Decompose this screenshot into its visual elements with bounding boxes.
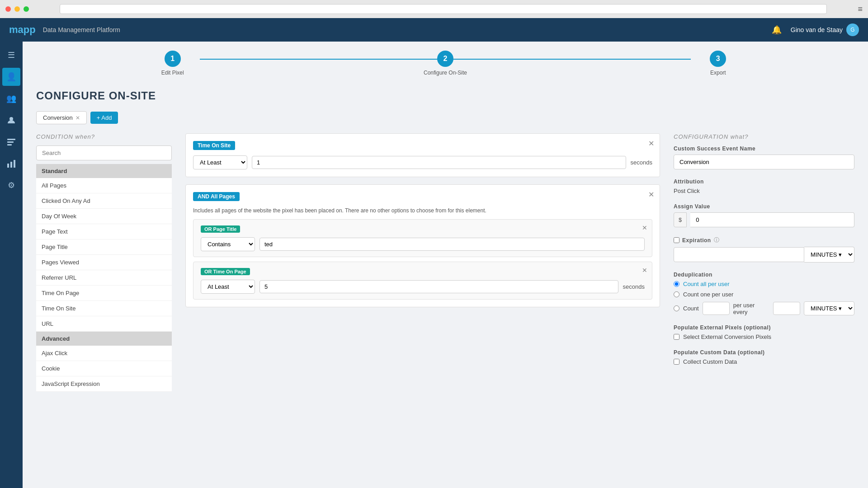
- attribution-value: Post Click: [674, 188, 854, 194]
- stepper: 1 Edit Pixel 2 Configure On-Site 3 Expor…: [36, 51, 854, 76]
- search-input[interactable]: [36, 145, 172, 160]
- svg-rect-5: [10, 162, 12, 168]
- assign-value-section: Assign Value $: [674, 203, 854, 227]
- card-time-on-site: Time On Site ✕ At Least seconds: [185, 133, 660, 177]
- list-item-time-on-site[interactable]: Time On Site: [36, 301, 172, 316]
- expiration-checkbox[interactable]: [674, 237, 679, 243]
- top-nav-right: 🔔 Gino van de Staay G: [772, 23, 859, 36]
- assign-value-prefix: $: [674, 212, 687, 227]
- attribution-section: Attribution Post Click: [674, 178, 854, 194]
- card-close-all-pages[interactable]: ✕: [648, 190, 654, 199]
- custom-data-label: Populate Custom Data (optional): [674, 349, 854, 356]
- time-on-page-input[interactable]: [259, 280, 618, 293]
- tab-close-icon[interactable]: ✕: [75, 115, 80, 121]
- list-item-all-pages[interactable]: All Pages: [36, 178, 172, 193]
- app-title: Data Management Platform: [43, 26, 120, 33]
- tab-label: Conversion: [43, 114, 73, 121]
- list-item-day-of-week[interactable]: Day Of Week: [36, 209, 172, 224]
- time-on-site-select[interactable]: At Least: [193, 155, 247, 169]
- dedup-radio-all[interactable]: [674, 281, 679, 287]
- dedup-minutes-select[interactable]: MINUTES ▾: [804, 301, 854, 315]
- sidebar-item-group[interactable]: [2, 111, 20, 129]
- external-pixels-checkbox[interactable]: [674, 334, 679, 340]
- dedup-count-input[interactable]: [703, 302, 730, 315]
- step-label-1: Edit Pixel: [161, 70, 184, 76]
- time-on-site-input[interactable]: [252, 156, 626, 169]
- user-menu[interactable]: Gino van de Staay G: [791, 23, 859, 36]
- close-dot[interactable]: [5, 6, 11, 12]
- assign-value-input[interactable]: [690, 212, 854, 227]
- sidebar-item-menu[interactable]: ☰: [2, 46, 20, 64]
- configuration-panel: CONFIGURATION what? Custom Success Event…: [674, 133, 854, 392]
- list-item-pages-viewed[interactable]: Pages Viewed: [36, 255, 172, 270]
- maximize-dot[interactable]: [24, 6, 29, 12]
- svg-point-0: [9, 117, 13, 121]
- card-badge-all-pages: AND All Pages: [193, 192, 240, 201]
- sidebar-item-person[interactable]: 👤: [2, 68, 20, 86]
- card-close-time-on-site[interactable]: ✕: [648, 139, 654, 148]
- sub-card-close-page-title[interactable]: ✕: [642, 224, 647, 231]
- list-item-url[interactable]: URL: [36, 316, 172, 332]
- expiration-info-icon: ⓘ: [714, 236, 719, 244]
- expiration-input[interactable]: [674, 247, 804, 262]
- sub-card-body-time-on-page: At Least seconds: [201, 280, 645, 294]
- condition-panel: CONDITION when? Standard All Pages Click…: [36, 133, 172, 392]
- time-on-site-unit: seconds: [631, 159, 652, 166]
- sidebar-item-segments[interactable]: [2, 133, 20, 151]
- expiration-label: Expiration: [682, 237, 711, 244]
- sidebar-item-people[interactable]: 👥: [2, 89, 20, 108]
- svg-rect-3: [7, 144, 12, 145]
- deduplication-label: Deduplication: [674, 272, 854, 278]
- tab-conversion[interactable]: Conversion ✕: [36, 111, 87, 124]
- add-tab-button[interactable]: + Add: [90, 112, 118, 124]
- page-title-input[interactable]: [259, 238, 645, 251]
- list-item-cookie[interactable]: Cookie: [36, 361, 172, 376]
- step-circle-1: 1: [165, 51, 181, 67]
- sub-card-badge-page-title: OR Page Title: [201, 225, 240, 233]
- page-title-select[interactable]: Contains: [201, 237, 255, 251]
- step-circle-3: 3: [710, 51, 726, 67]
- list-item-time-on-page[interactable]: Time On Page: [36, 286, 172, 301]
- step-circle-2: 2: [437, 51, 453, 67]
- page-title: CONFIGURE ON-SITE: [36, 89, 854, 102]
- sidebar-item-analytics[interactable]: [2, 155, 20, 173]
- list-item-page-text[interactable]: Page Text: [36, 224, 172, 239]
- card-body-time-on-site: At Least seconds: [193, 155, 652, 169]
- sub-card-badge-time-on-page: OR Time On Page: [201, 268, 250, 275]
- dedup-radio-count[interactable]: [674, 305, 679, 311]
- dedup-every-input[interactable]: [773, 302, 800, 315]
- two-col-layout: CONDITION when? Standard All Pages Click…: [36, 133, 854, 392]
- external-pixels-label: Populate External Pixels (optional): [674, 324, 854, 331]
- avatar: G: [846, 23, 859, 36]
- custom-data-check-label: Collect Custom Data: [683, 358, 737, 365]
- list-item-js-expression[interactable]: JavaScript Expression: [36, 376, 172, 392]
- list-item-clicked-on-any-ad[interactable]: Clicked On Any Ad: [36, 193, 172, 209]
- svg-rect-6: [14, 160, 15, 168]
- address-bar[interactable]: [60, 4, 827, 14]
- sidebar: ☰ 👤 👥 ⚙: [0, 42, 23, 488]
- dedup-one-per-user[interactable]: Count one per user: [674, 291, 854, 298]
- custom-data-checkbox[interactable]: [674, 359, 679, 365]
- expiration-unit-select[interactable]: MINUTES ▾: [804, 247, 854, 263]
- app-layout: ☰ 👤 👥 ⚙ 1 Edit Pixel 2 Configure On-Site: [0, 42, 868, 488]
- list-item-referrer-url[interactable]: Referrer URL: [36, 270, 172, 286]
- sidebar-item-settings[interactable]: ⚙: [2, 176, 20, 194]
- dedup-radio-one[interactable]: [674, 291, 679, 297]
- dedup-per-user-every: per user every: [733, 302, 769, 315]
- list-item-ajax-click[interactable]: Ajax Click: [36, 346, 172, 361]
- user-name: Gino van de Staay: [791, 26, 843, 33]
- dedup-all-per-user[interactable]: Count all per user: [674, 281, 854, 287]
- sub-card-page-title: OR Page Title ✕ Contains: [193, 219, 652, 257]
- custom-event-input[interactable]: [674, 155, 854, 169]
- svg-rect-1: [7, 139, 15, 140]
- sub-card-close-time-on-page[interactable]: ✕: [642, 267, 647, 274]
- minimize-dot[interactable]: [14, 6, 20, 12]
- custom-data-section: Populate Custom Data (optional) Collect …: [674, 349, 854, 365]
- condition-header: CONDITION when?: [36, 133, 172, 140]
- top-nav: mapp Data Management Platform 🔔 Gino van…: [0, 18, 868, 42]
- time-on-page-select[interactable]: At Least: [201, 280, 255, 294]
- list-item-page-title[interactable]: Page Title: [36, 239, 172, 255]
- title-bar: ≡: [0, 0, 868, 18]
- bell-icon[interactable]: 🔔: [772, 25, 782, 35]
- menu-icon[interactable]: ≡: [858, 5, 863, 14]
